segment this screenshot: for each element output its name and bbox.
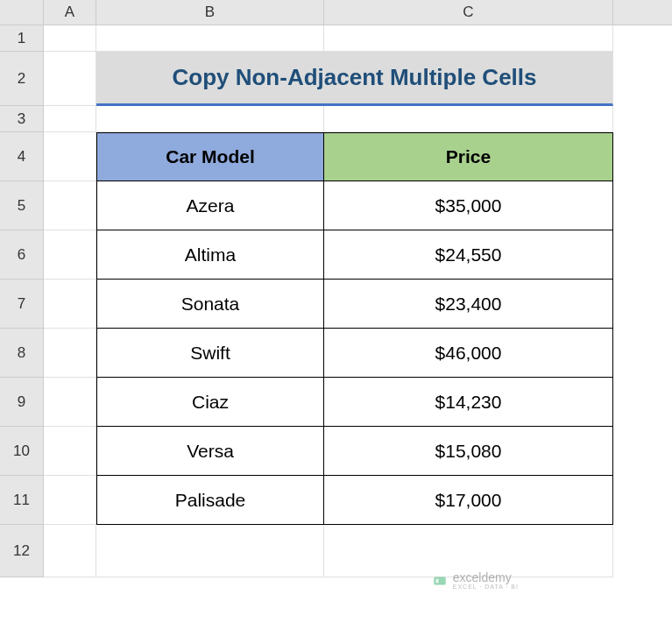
row-header-12[interactable]: 12 <box>0 525 44 577</box>
row-11: 11 Palisade $17,000 <box>0 476 672 525</box>
row-header-5[interactable]: 5 <box>0 181 44 230</box>
column-header-b[interactable]: B <box>96 0 324 25</box>
row-1: 1 <box>0 25 672 52</box>
column-header-c[interactable]: C <box>324 0 613 25</box>
cell-c1[interactable] <box>324 25 613 52</box>
row-9: 9 Ciaz $14,230 <box>0 378 672 427</box>
cell-price-1[interactable]: $24,550 <box>324 230 613 280</box>
row-header-4[interactable]: 4 <box>0 132 44 181</box>
cell-a3[interactable] <box>44 106 96 132</box>
cell-b3[interactable] <box>96 106 324 132</box>
row-header-6[interactable]: 6 <box>0 230 44 280</box>
cell-a12[interactable] <box>44 525 96 577</box>
watermark-name: exceldemy <box>453 571 519 584</box>
cell-a5[interactable] <box>44 181 96 230</box>
row-3: 3 <box>0 106 672 132</box>
cell-price-5[interactable]: $15,080 <box>324 427 613 476</box>
cell-a8[interactable] <box>44 329 96 378</box>
row-header-11[interactable]: 11 <box>0 476 44 525</box>
row-8: 8 Swift $46,000 <box>0 329 672 378</box>
cell-c12[interactable] <box>324 525 613 577</box>
watermark-texts: exceldemy EXCEL · DATA · BI <box>453 571 519 590</box>
cell-model-4[interactable]: Ciaz <box>96 378 324 427</box>
table-header-model[interactable]: Car Model <box>96 132 324 181</box>
svg-rect-1 <box>435 578 438 583</box>
row-6: 6 Altima $24,550 <box>0 230 672 280</box>
watermark-sub: EXCEL · DATA · BI <box>453 584 519 590</box>
cell-model-1[interactable]: Altima <box>96 230 324 280</box>
cell-model-5[interactable]: Versa <box>96 427 324 476</box>
cell-a4[interactable] <box>44 132 96 181</box>
cell-price-3[interactable]: $46,000 <box>324 329 613 378</box>
row-10: 10 Versa $15,080 <box>0 427 672 476</box>
table-header-price[interactable]: Price <box>324 132 613 181</box>
cell-a1[interactable] <box>44 25 96 52</box>
column-headers-row: A B C <box>0 0 672 25</box>
cell-model-0[interactable]: Azera <box>96 181 324 230</box>
cell-a7[interactable] <box>44 280 96 329</box>
row-header-1[interactable]: 1 <box>0 25 44 52</box>
cell-model-3[interactable]: Swift <box>96 329 324 378</box>
row-header-9[interactable]: 9 <box>0 378 44 427</box>
row-2: 2 Copy Non-Adjacent Multiple Cells <box>0 52 672 106</box>
spreadsheet-grid: A B C 1 2 Copy Non-Adjacent Multiple Cel… <box>0 0 672 623</box>
exceldemy-logo-icon <box>432 573 448 589</box>
row-header-7[interactable]: 7 <box>0 280 44 329</box>
row-5: 5 Azera $35,000 <box>0 181 672 230</box>
row-header-2[interactable]: 2 <box>0 52 44 106</box>
row-12: 12 <box>0 525 672 577</box>
row-header-3[interactable]: 3 <box>0 106 44 132</box>
cell-a11[interactable] <box>44 476 96 525</box>
cell-b1[interactable] <box>96 25 324 52</box>
cell-model-6[interactable]: Palisade <box>96 476 324 525</box>
column-header-a[interactable]: A <box>44 0 96 25</box>
cell-price-6[interactable]: $17,000 <box>324 476 613 525</box>
cell-price-4[interactable]: $14,230 <box>324 378 613 427</box>
row-header-8[interactable]: 8 <box>0 329 44 378</box>
watermark: exceldemy EXCEL · DATA · BI <box>432 571 519 590</box>
cell-a10[interactable] <box>44 427 96 476</box>
cell-b12[interactable] <box>96 525 324 577</box>
row-7: 7 Sonata $23,400 <box>0 280 672 329</box>
cell-a2[interactable] <box>44 52 96 106</box>
svg-rect-0 <box>434 577 446 584</box>
cell-price-0[interactable]: $35,000 <box>324 181 613 230</box>
row-header-10[interactable]: 10 <box>0 427 44 476</box>
cell-a6[interactable] <box>44 230 96 280</box>
cell-price-2[interactable]: $23,400 <box>324 280 613 329</box>
row-4: 4 Car Model Price <box>0 132 672 181</box>
cell-model-2[interactable]: Sonata <box>96 280 324 329</box>
cell-a9[interactable] <box>44 378 96 427</box>
cell-c3[interactable] <box>324 106 613 132</box>
title-cell[interactable]: Copy Non-Adjacent Multiple Cells <box>96 52 613 106</box>
select-all-corner[interactable] <box>0 0 44 25</box>
